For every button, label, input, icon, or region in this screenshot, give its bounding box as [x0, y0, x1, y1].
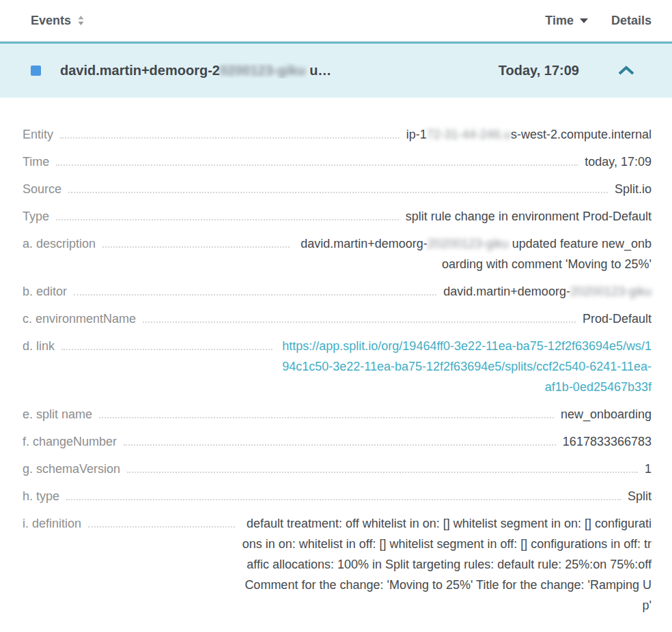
detail-row-typeDetail: h. typeSplit — [23, 486, 652, 506]
event-title: david.martin+demoorg-20200123-giku u… — [60, 63, 499, 78]
detail-row-splitName: e. split namenew_onboarding — [23, 404, 652, 425]
dotted-leader — [124, 431, 556, 446]
dotted-leader — [56, 206, 399, 220]
dotted-leader — [56, 152, 578, 166]
detail-value-definition: default treatment: off whitelist in on: … — [242, 513, 652, 616]
detail-value-changeNumber: 1617833366783 — [563, 431, 652, 452]
detail-label-definition: i. definition — [23, 513, 81, 534]
detail-label-link: d. link — [23, 336, 55, 356]
detail-row-description: a. descriptiondavid.martin+demoorg-20200… — [23, 233, 652, 274]
redacted-text: 72-31-44-246.u — [427, 128, 511, 141]
redacted-text: 20200123-giku — [570, 285, 652, 298]
event-type-square-icon — [31, 66, 41, 76]
detail-value-time: today, 17:09 — [585, 152, 652, 172]
dotted-leader — [99, 404, 554, 418]
detail-value-typeDetail: Split — [628, 486, 652, 506]
detail-row-source: SourceSplit.io — [23, 179, 652, 199]
detail-row-entity: Entityip-172-31-44-246.us-west-2.compute… — [23, 124, 652, 145]
collapse-chevron-icon[interactable] — [617, 66, 635, 76]
detail-value-description: david.martin+demoorg-20200123-giku updat… — [296, 233, 652, 274]
events-table-header: Events Time Details — [0, 0, 672, 42]
events-column-header[interactable]: Events — [31, 14, 85, 28]
detail-label-schemaVersion: g. schemaVersion — [23, 459, 120, 479]
detail-value-entity: ip-172-31-44-246.us-west-2.compute.inter… — [406, 124, 652, 145]
detail-value-editor: david.martin+demoorg-20200123-giku — [443, 281, 652, 302]
detail-row-time: Timetoday, 17:09 — [23, 152, 652, 172]
detail-row-link: d. linkhttps://app.split.io/org/19464ff0… — [23, 336, 652, 397]
dotted-leader — [88, 513, 235, 528]
detail-value-splitName: new_onboarding — [561, 404, 652, 425]
dotted-leader — [60, 124, 400, 139]
detail-row-editor: b. editordavid.martin+demoorg-20200123-g… — [23, 281, 652, 302]
dotted-leader — [66, 486, 621, 500]
detail-row-definition: i. definitiondefault treatment: off whit… — [23, 513, 652, 616]
dotted-leader — [74, 281, 436, 296]
detail-row-environmentName: c. environmentNameProd-Default — [23, 308, 652, 329]
dotted-leader — [143, 308, 576, 323]
detail-value-link[interactable]: https://app.split.io/org/19464ff0-3e22-1… — [279, 336, 652, 397]
dotted-leader — [102, 233, 290, 248]
detail-value-source: Split.io — [615, 179, 652, 199]
time-column-label: Time — [545, 14, 574, 28]
details-column-header: Details — [611, 14, 652, 28]
dotted-leader — [61, 336, 272, 350]
detail-label-description: a. description — [23, 233, 96, 254]
detail-label-type: Type — [23, 206, 49, 227]
detail-row-type: Typesplit rule change in environment Pro… — [23, 206, 652, 227]
detail-value-type: split rule change in environment Prod-De… — [406, 206, 652, 227]
detail-row-schemaVersion: g. schemaVersion1 — [23, 459, 652, 479]
event-details: Entityip-172-31-44-246.us-west-2.compute… — [0, 98, 672, 616]
detail-label-editor: b. editor — [23, 281, 67, 302]
detail-value-schemaVersion: 1 — [645, 459, 652, 479]
detail-label-typeDetail: h. type — [23, 486, 59, 506]
event-time: Today, 17:09 — [499, 63, 579, 78]
dotted-leader — [68, 179, 608, 193]
detail-value-environmentName: Prod-Default — [583, 308, 652, 329]
detail-label-changeNumber: f. changeNumber — [23, 431, 117, 452]
events-column-label: Events — [31, 14, 71, 28]
detail-label-time: Time — [23, 152, 49, 172]
detail-label-splitName: e. split name — [23, 404, 92, 425]
detail-label-environmentName: c. environmentName — [23, 308, 136, 329]
time-column-header[interactable]: Time — [545, 14, 588, 28]
caret-down-icon — [580, 18, 588, 23]
detail-row-changeNumber: f. changeNumber1617833366783 — [23, 431, 652, 452]
event-row[interactable]: david.martin+demoorg-20200123-giku u… To… — [0, 42, 672, 98]
redacted-text: 0200123-giku — [220, 63, 306, 78]
sort-icon — [77, 15, 85, 26]
detail-label-source: Source — [23, 179, 61, 199]
redacted-text: 20200123-giku — [428, 237, 509, 250]
detail-label-entity: Entity — [23, 124, 53, 145]
dotted-leader — [127, 459, 638, 473]
